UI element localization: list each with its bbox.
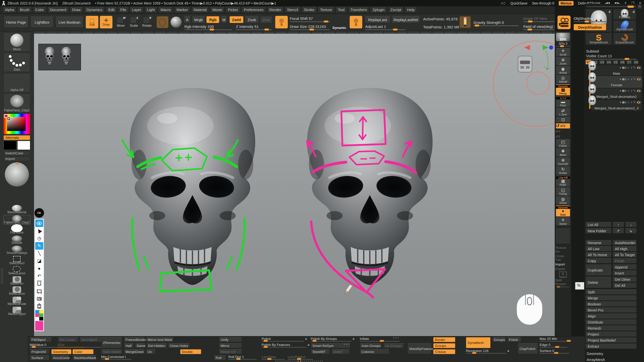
- split-hidden-button[interactable]: Split Hidden: [101, 349, 122, 354]
- menu-item[interactable]: Light: [145, 7, 157, 13]
- uv-button[interactable]: Uv: [146, 349, 155, 354]
- menu-item[interactable]: Transform: [348, 7, 369, 13]
- subtool-action-button[interactable]: Align: [585, 313, 637, 319]
- eraser-brush-thumb[interactable]: EraserBrush: [613, 32, 636, 45]
- texture-on-button[interactable]: Texture On: [555, 246, 571, 253]
- right-shelf-button[interactable]: ✚ Move: [556, 148, 570, 157]
- subtool-action-button[interactable]: Extract: [585, 344, 637, 349]
- z-intensity-slider[interactable]: Z Intensity 51: [236, 24, 272, 30]
- shelf-thumbnail[interactable]: Alpha Off: [4, 73, 30, 92]
- menu-item[interactable]: Material: [191, 7, 209, 13]
- right-shelf-button[interactable]: ◎ AAHalf: [556, 75, 570, 84]
- border-toggle[interactable]: Border: [433, 337, 455, 342]
- obj-shadow-slider[interactable]: ObjShadow 0.3: [574, 16, 606, 22]
- right-shelf-button[interactable]: ◍ Ghost: [556, 196, 570, 205]
- view-tab[interactable]: V3: [599, 60, 605, 65]
- clone-texture-button[interactable]: Clone Txtr: [555, 254, 571, 262]
- visibility-eye-icon[interactable]: [637, 78, 641, 81]
- insert-button[interactable]: Insert: [613, 270, 637, 276]
- duplicate-button[interactable]: Duplicate: [585, 264, 612, 276]
- palette-color[interactable]: [39, 317, 43, 321]
- double-toggle[interactable]: Double: [180, 349, 201, 354]
- surface-button[interactable]: Surface: [30, 355, 49, 360]
- polish-by-groups-slider[interactable]: Polish By Groups: [311, 337, 351, 342]
- resolution-slider[interactable]: Resolution 128: [466, 349, 506, 354]
- timer-icon[interactable]: ◷: [35, 235, 43, 242]
- alternate-button[interactable]: Alternate: [4, 135, 30, 140]
- shelf-thumbnail[interactable]: SelectRect: [4, 256, 30, 265]
- right-shelf-button[interactable]: ↻ Rotate: [556, 166, 570, 175]
- whiteboard-icon[interactable]: [35, 287, 43, 295]
- view-tab[interactable]: V6: [619, 60, 625, 65]
- auto-reorder-button[interactable]: AutoReorder: [613, 240, 637, 245]
- line-icon[interactable]: ╲: [35, 250, 43, 257]
- shelf-thumbnail[interactable]: Dots: [4, 53, 30, 72]
- mask-by-feature-button[interactable]: MaskByFeature: [408, 343, 432, 354]
- stroke-icon-button[interactable]: ◎D: [350, 16, 362, 28]
- undo-icon[interactable]: ↶: [35, 272, 43, 280]
- same-button[interactable]: Same: [135, 343, 145, 348]
- eraser-icon[interactable]: ◪: [35, 257, 43, 265]
- shelf-thumbnail[interactable]: SmoothValleys: [4, 246, 30, 255]
- move-in-folder-button[interactable]: ↳: [625, 228, 637, 234]
- right-shelf-button[interactable]: ✛ Scroll: [556, 48, 570, 57]
- subtool-item[interactable]: ▾ ◐ ◑ ✎ Merged_Skull-decimation2: [591, 88, 642, 99]
- visibility-eye-icon[interactable]: [637, 101, 641, 104]
- zcut-button[interactable]: Zcut: [260, 16, 272, 23]
- right-shelf-button[interactable]: ⊕ Zoom3D: [556, 157, 570, 166]
- gravity-pencil-icon[interactable]: [459, 16, 471, 28]
- panel-scroll-handle[interactable]: ▲▼: [275, 360, 323, 362]
- list-all-button[interactable]: List All: [585, 222, 612, 227]
- palette-color[interactable]: [35, 310, 39, 313]
- view-tab[interactable]: V8: [633, 60, 639, 65]
- view-tab[interactable]: V4: [606, 60, 612, 65]
- dynamesh-button[interactable]: DynaMesh: [466, 337, 491, 348]
- all-low-button[interactable]: All Low: [585, 246, 612, 251]
- del-all-button[interactable]: Del All: [613, 283, 637, 288]
- inflate-slider[interactable]: Inflatex y z: [360, 337, 399, 342]
- palette-color[interactable]: [35, 313, 39, 317]
- colorize-button[interactable]: Colorize: [360, 349, 389, 354]
- right-shelf-button[interactable]: X Y Z ▬ Floor: [556, 96, 570, 107]
- append-button[interactable]: Append: [613, 264, 637, 270]
- menu-item[interactable]: Draw: [70, 7, 83, 13]
- ac-toggle[interactable]: AC: [501, 1, 506, 5]
- rgb-intensity-slider[interactable]: Rgb Intensity 100: [184, 24, 232, 30]
- trash-icon[interactable]: [35, 280, 43, 287]
- move-out-folder-button[interactable]: ↱: [613, 228, 624, 234]
- secondary-tool-thumb[interactable]: 4 Female: [613, 9, 636, 20]
- texture-export-button[interactable]: Export: [555, 267, 571, 271]
- panel-handle[interactable]: R: [637, 5, 642, 9]
- menu-item[interactable]: Macro: [158, 7, 173, 13]
- focal-shift-icon-button[interactable]: ◎S: [275, 16, 288, 28]
- move-up-button[interactable]: ↑: [613, 222, 624, 227]
- arraymesh-section-header[interactable]: ArrayMesh: [587, 357, 605, 362]
- shelf-thumbnail[interactable]: Smooth: [4, 236, 30, 245]
- shelf-thumbnail[interactable]: SelectLasso: [4, 266, 30, 275]
- auto-groups-button[interactable]: Auto Groups: [360, 343, 382, 348]
- new-folder-button[interactable]: New Folder: [585, 228, 612, 234]
- min-connected-slider[interactable]: Min Connected I: [101, 355, 131, 360]
- home-page-button[interactable]: Home Page: [4, 17, 28, 28]
- epic-pen-logo-icon[interactable]: ✑: [34, 208, 44, 218]
- rename-button[interactable]: Rename: [585, 240, 612, 245]
- see-through-slider[interactable]: See-through 0: [532, 1, 554, 5]
- accu-curve-button[interactable]: AccuCurve: [51, 355, 69, 360]
- right-shelf-button[interactable]: ↺ Y: [556, 129, 570, 134]
- move-down-button[interactable]: ↓: [625, 222, 637, 227]
- current-annotation-color[interactable]: [35, 321, 43, 331]
- unify-button[interactable]: Unify: [219, 337, 242, 342]
- current-material-thumb[interactable]: [171, 17, 182, 28]
- menu-item[interactable]: Help: [405, 7, 417, 13]
- menu-item[interactable]: Brush: [18, 7, 32, 13]
- max-min-slider[interactable]: Max 25 Min: [540, 337, 570, 342]
- stroke-brush-thumb[interactable]: S SimpleBrush: [585, 32, 612, 45]
- shelf-thumbnail[interactable]: MeshProject: [4, 307, 30, 316]
- right-shelf-button[interactable]: ◉ Actual: [556, 66, 570, 75]
- menu-item[interactable]: Movie: [210, 7, 224, 13]
- shelf-thumbnail[interactable]: Flat Color: [4, 225, 30, 235]
- deep-shadow-button[interactable]: DeepShadow: [574, 24, 606, 30]
- current-tool-thumbnail[interactable]: [4, 162, 29, 204]
- subtool-item[interactable]: ▾ ◐ ◑ ✎ Female: [591, 76, 642, 87]
- menu-item[interactable]: Zscript: [388, 7, 404, 13]
